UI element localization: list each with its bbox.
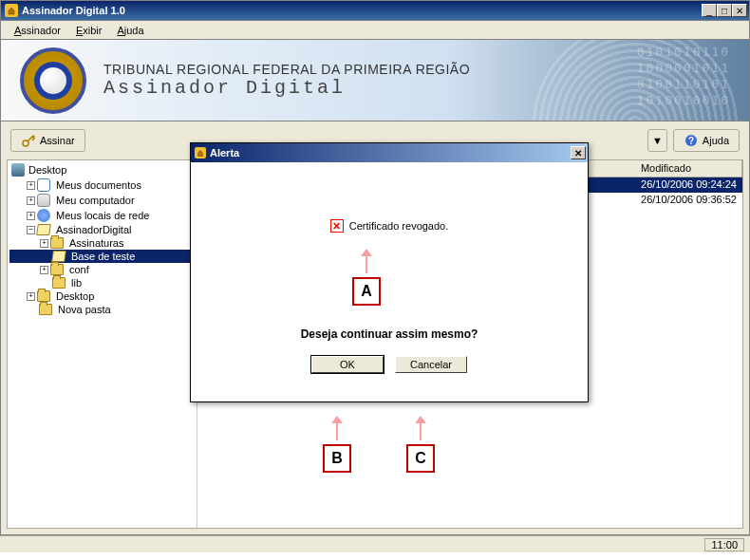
tree-item-label: lib [71, 277, 82, 289]
key-icon [21, 133, 36, 148]
tree-item[interactable]: Base de teste [9, 250, 195, 263]
tree-item-label: Base de teste [71, 251, 135, 262]
menu-ajuda[interactable]: Ajuda [109, 23, 151, 38]
tree-toggle[interactable]: + [27, 292, 35, 301]
banner: TRIBUNAL REGIONAL FEDERAL DA PRIMEIRA RE… [0, 40, 750, 121]
close-button[interactable]: ✕ [732, 4, 747, 17]
network-icon [37, 209, 50, 222]
folder-closed-icon [50, 237, 64, 249]
tree-item-label: Assinaturas [69, 237, 123, 249]
assinar-button[interactable]: Assinar [10, 129, 85, 152]
banner-heading: TRIBUNAL REGIONAL FEDERAL DA PRIMEIRA RE… [103, 62, 470, 77]
tree-item-label: Nova pasta [58, 304, 111, 315]
dialog-question: Deseja continuar assim mesmo? [210, 327, 569, 341]
chevron-down-icon: ▼ [652, 135, 663, 146]
svg-text:?: ? [688, 136, 694, 146]
callout-b: B [323, 416, 351, 473]
alert-dialog: Alerta ✕ ✕ Certificado revogado. Deseja … [190, 142, 589, 402]
folder-closed-icon [37, 290, 50, 302]
tree-item[interactable]: +Assinaturas [9, 236, 195, 250]
error-x-icon: ✕ [330, 219, 344, 233]
tree-toggle[interactable]: + [40, 239, 48, 248]
tree-item-label: Meu computador [56, 195, 135, 206]
folder-closed-icon [52, 277, 66, 289]
tree-item[interactable]: +conf [9, 263, 195, 276]
callout-a: A [352, 249, 381, 306]
folder-open-icon [36, 224, 51, 235]
alert-message: Certificado revogado. [349, 220, 449, 232]
tree-item[interactable]: +Desktop [9, 289, 195, 303]
menu-assinador[interactable]: Assinador [7, 23, 68, 38]
dropdown-button[interactable]: ▼ [647, 129, 667, 152]
tree-item-label: Desktop [56, 290, 94, 302]
menubar: Assinador Exibir Ajuda [0, 21, 750, 40]
minimize-button[interactable]: _ [702, 4, 717, 17]
cell-modificado: 26/10/2006 09:24:24 [591, 177, 742, 193]
binary-overlay: 0101010110100000101101001101011010010010 [637, 45, 730, 109]
folder-open-icon [51, 251, 66, 262]
tree-toggle[interactable]: + [27, 196, 35, 205]
menu-exibir[interactable]: Exibir [68, 23, 110, 38]
column-header-modificado[interactable]: Modificado [591, 160, 742, 177]
tree-toggle[interactable]: − [27, 226, 35, 234]
seal-logo [20, 47, 86, 114]
tree-item-label: Meus documentos [56, 179, 141, 191]
ok-button[interactable]: OK [311, 356, 384, 373]
tree-root[interactable]: Desktop [9, 162, 195, 177]
dialog-title: Alerta [210, 147, 239, 159]
cell-modificado: 26/10/2006 09:36:52 [591, 193, 742, 208]
window-title: Assinador Digital 1.0 [22, 5, 125, 16]
tree-item[interactable]: +Meus locais de rede [9, 208, 195, 223]
dialog-icon [195, 147, 206, 159]
dialog-titlebar: Alerta ✕ [191, 143, 588, 162]
tree-toggle[interactable]: + [27, 212, 35, 220]
statusbar: 11:00 [0, 535, 750, 552]
dialog-close-button[interactable]: ✕ [571, 146, 586, 159]
tree-toggle[interactable]: + [40, 266, 48, 274]
tree-panel[interactable]: Desktop +Meus documentos+Meu computador+… [8, 160, 197, 528]
tree-item-label: conf [69, 264, 89, 275]
cancel-button[interactable]: Cancelar [395, 356, 467, 373]
drive-icon [37, 194, 50, 207]
tree-item[interactable]: Nova pasta [9, 303, 195, 316]
tree-toggle[interactable]: + [27, 181, 35, 190]
help-icon: ? [684, 133, 699, 148]
folder-closed-icon [39, 304, 52, 315]
ajuda-button[interactable]: ? Ajuda [673, 129, 740, 152]
desktop-icon [11, 163, 25, 177]
banner-subheading: Assinador Digital [103, 77, 470, 99]
window-titlebar: Assinador Digital 1.0 _ □ ✕ [0, 0, 750, 21]
maximize-button[interactable]: □ [717, 4, 732, 17]
folder-closed-icon [50, 264, 64, 275]
tree-item-label: Meus locais de rede [56, 210, 149, 221]
tree-item[interactable]: −AssinadorDigital [9, 223, 195, 236]
tree-item[interactable]: +Meus documentos [9, 177, 195, 193]
status-time: 11:00 [704, 538, 744, 551]
documents-icon [37, 178, 50, 192]
tree-item[interactable]: lib [9, 276, 195, 289]
tree-item[interactable]: +Meu computador [9, 193, 195, 208]
tree-item-label: AssinadorDigital [56, 224, 131, 235]
app-icon [5, 4, 18, 17]
callout-c: C [406, 416, 435, 473]
